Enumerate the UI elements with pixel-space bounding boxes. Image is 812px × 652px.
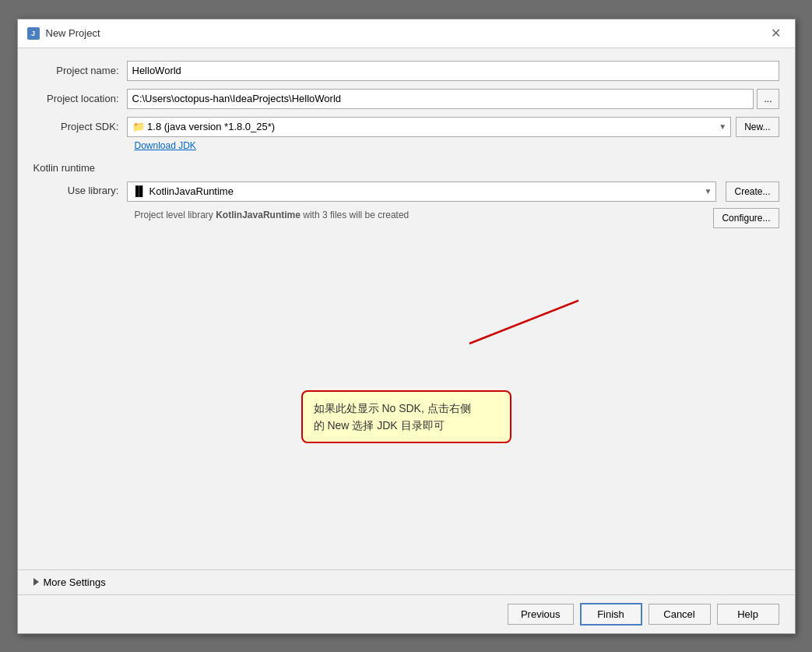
project-sdk-row: Project SDK: 📁 1.8 (java version *1.8.0_… [33, 117, 779, 137]
more-settings-label: More Settings [44, 576, 106, 588]
close-button[interactable]: ✕ [766, 26, 786, 41]
project-location-label: Project location: [33, 93, 127, 104]
kotlin-runtime-header: Kotlin runtime [33, 162, 779, 174]
new-project-dialog: J New Project ✕ Project name: Project lo… [17, 19, 796, 634]
title-bar: J New Project ✕ [18, 19, 795, 48]
project-location-input[interactable] [127, 89, 754, 109]
use-library-label: Use library: [33, 182, 127, 196]
svg-line-1 [469, 242, 578, 344]
annotation-box: 如果此处显示 No SDK, 点击右侧的 New 选择 JDK 目录即可 [301, 390, 511, 444]
more-settings-section[interactable]: More Settings [18, 569, 795, 594]
use-library-row: Use library: ▐▌ KotlinJavaRuntime ▼ Crea… [33, 182, 779, 202]
cancel-button[interactable]: Cancel [649, 604, 711, 625]
help-button[interactable]: Help [717, 604, 779, 625]
project-location-row: Project location: ... [33, 89, 779, 109]
new-sdk-button[interactable]: New... [736, 117, 779, 137]
dialog-footer: Previous Finish Cancel Help [18, 594, 795, 633]
sdk-select[interactable]: 📁 1.8 (java version *1.8.0_25*) [127, 117, 732, 137]
annotation-text: 如果此处显示 No SDK, 点击右侧的 New 选择 JDK 目录即可 [314, 402, 471, 432]
project-name-input[interactable] [127, 61, 779, 81]
sdk-select-wrapper: 📁 1.8 (java version *1.8.0_25*) ▼ [127, 117, 732, 137]
library-info-text: Project level library KotlinJavaRuntime … [135, 210, 410, 220]
main-content-area: 如果此处显示 No SDK, 点击右侧的 New 选择 JDK 目录即可 [33, 234, 779, 500]
previous-button[interactable]: Previous [508, 604, 574, 625]
project-sdk-label: Project SDK: [33, 121, 127, 132]
download-jdk-link[interactable]: Download JDK [135, 140, 779, 151]
configure-button[interactable]: Configure... [713, 208, 779, 228]
project-name-row: Project name: [33, 61, 779, 81]
finish-button[interactable]: Finish [580, 603, 642, 626]
annotation-arrow [423, 234, 578, 359]
library-select-wrapper: ▐▌ KotlinJavaRuntime ▼ [127, 182, 717, 202]
more-settings-triangle-icon [33, 578, 39, 586]
dialog-content: Project name: Project location: ... Proj… [18, 48, 795, 569]
create-button[interactable]: Create... [726, 182, 779, 202]
project-name-label: Project name: [33, 65, 127, 76]
library-select[interactable]: ▐▌ KotlinJavaRuntime [127, 182, 717, 202]
browse-button[interactable]: ... [757, 89, 779, 109]
dialog-title: New Project [46, 27, 100, 39]
dialog-icon: J [27, 27, 40, 40]
